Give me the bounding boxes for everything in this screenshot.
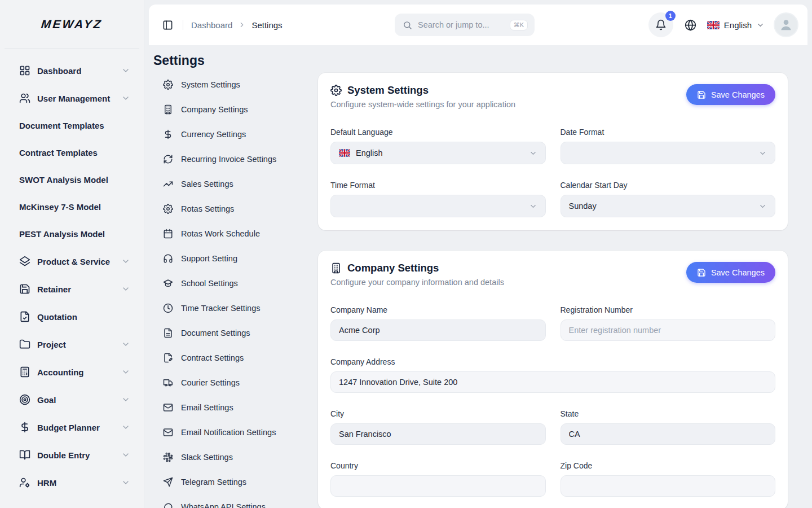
sidebar-item-accounting[interactable]: Accounting xyxy=(9,360,135,384)
city-input[interactable] xyxy=(330,423,546,445)
zip-code-input[interactable] xyxy=(561,475,776,497)
file-text-icon xyxy=(163,328,173,338)
save-changes-button[interactable]: Save Changes xyxy=(686,262,775,283)
notifications-button[interactable]: 1 xyxy=(648,12,673,37)
header-actions: 1 English xyxy=(648,12,798,37)
chevron-down-icon xyxy=(121,367,130,376)
settings-nav-item-time-tracker[interactable]: Time Tracker Settings xyxy=(153,298,318,318)
avatar[interactable] xyxy=(774,12,798,37)
save-icon xyxy=(19,283,30,295)
settings-nav-item-whatsapp[interactable]: WhatsApp API Settings xyxy=(153,497,318,508)
settings-nav-item-company[interactable]: Company Settings xyxy=(153,99,318,120)
chevron-down-icon xyxy=(121,66,130,75)
globe-button[interactable] xyxy=(681,15,700,34)
book-open-icon xyxy=(19,449,30,461)
breadcrumb-dashboard[interactable]: Dashboard xyxy=(191,20,232,30)
sidebar-item-swot-analysis[interactable]: SWOT Analysis Model xyxy=(9,168,135,192)
settings-nav-item-contract[interactable]: Contract Settings xyxy=(153,348,318,368)
sidebar-item-product-service[interactable]: Product & Service xyxy=(9,249,135,274)
building-icon xyxy=(330,262,342,274)
settings-nav-label: School Settings xyxy=(181,279,238,288)
settings-nav-item-currency[interactable]: Currency Settings xyxy=(153,124,318,144)
company-name-input[interactable] xyxy=(330,319,546,341)
card-title: Company Settings xyxy=(347,262,439,274)
settings-nav-item-email-notification[interactable]: Email Notification Settings xyxy=(153,422,318,443)
settings-nav-item-sales[interactable]: Sales Settings xyxy=(153,174,318,194)
settings-nav-item-recurring-invoice[interactable]: Recurring Invoice Settings xyxy=(153,149,318,169)
slack-icon xyxy=(163,452,173,462)
settings-nav-item-slack[interactable]: Slack Settings xyxy=(153,447,318,467)
company-settings-card: Company Settings Configure your company … xyxy=(318,251,788,508)
registration-number-input[interactable] xyxy=(561,319,776,341)
city-field: City xyxy=(330,409,546,445)
breadcrumb-settings: Settings xyxy=(251,20,282,30)
select-value: Sunday xyxy=(569,202,597,211)
settings-nav-label: Time Tracker Settings xyxy=(181,304,260,313)
settings-nav-item-telegram[interactable]: Telegram Settings xyxy=(153,472,318,492)
state-input[interactable] xyxy=(561,423,776,445)
settings-nav-item-rotas[interactable]: Rotas Settings xyxy=(153,199,318,219)
sidebar-item-quotation[interactable]: Quotation xyxy=(9,304,135,329)
company-address-input[interactable] xyxy=(330,371,775,393)
settings-nav-label: Courier Settings xyxy=(181,378,240,387)
settings-nav-item-support[interactable]: Support Setting xyxy=(153,248,318,269)
sidebar-item-project[interactable]: Project xyxy=(9,332,135,357)
sidebar-item-dashboard[interactable]: Dashboard xyxy=(9,58,135,83)
time-format-select[interactable] xyxy=(330,195,546,217)
building-icon xyxy=(163,104,173,115)
sidebar-item-pest-analysis[interactable]: PEST Analysis Model xyxy=(9,222,135,246)
settings-nav-label: Email Settings xyxy=(181,403,233,412)
save-icon xyxy=(697,268,706,277)
sidebar-item-retainer[interactable]: Retainer xyxy=(9,277,135,301)
company-name-field: Company Name xyxy=(330,305,546,341)
sidebar-item-goal[interactable]: Goal xyxy=(9,387,135,412)
sidebar-item-contract-templates[interactable]: Contract Templates xyxy=(9,141,135,165)
sidebar-item-label: Accounting xyxy=(37,367,114,378)
settings-nav-item-system[interactable]: System Settings xyxy=(153,75,318,95)
language-selector[interactable]: English xyxy=(707,20,765,30)
app-root: MEWAYZ Dashboard User Management Documen… xyxy=(0,0,812,508)
sidebar-item-mckinsey-7s[interactable]: McKinsey 7-S Model xyxy=(9,195,135,219)
header: Dashboard Settings Search or jump to... … xyxy=(149,5,807,45)
settings-nav-item-courier[interactable]: Courier Settings xyxy=(153,373,318,393)
registration-number-field: Registration Number xyxy=(561,305,776,341)
field-label: Date Format xyxy=(561,128,776,137)
file-pen-icon xyxy=(163,353,173,363)
sidebar-item-label: Double Entry xyxy=(37,450,114,461)
sidebar-item-budget-planner[interactable]: Budget Planner xyxy=(9,415,135,440)
settings-nav-label: Rotas Work Schedule xyxy=(181,229,260,238)
field-label: Company Name xyxy=(330,305,546,314)
settings-nav-label: Recurring Invoice Settings xyxy=(181,155,276,164)
sidebar-item-user-management[interactable]: User Management xyxy=(9,86,135,111)
sidebar-item-double-entry[interactable]: Double Entry xyxy=(9,443,135,467)
settings-nav: System Settings Company Settings Currenc… xyxy=(153,73,318,508)
sidebar-item-document-templates[interactable]: Document Templates xyxy=(9,113,135,138)
gear-icon xyxy=(163,80,173,90)
settings-nav-item-email[interactable]: Email Settings xyxy=(153,397,318,418)
refresh-icon xyxy=(163,154,173,164)
grid-icon xyxy=(19,65,30,76)
default-language-field: Default Language English xyxy=(330,128,546,164)
graduation-cap-icon xyxy=(163,278,173,288)
save-changes-button[interactable]: Save Changes xyxy=(686,84,775,105)
search-input[interactable]: Search or jump to... ⌘K xyxy=(395,14,535,36)
country-input[interactable] xyxy=(330,475,546,497)
date-format-select[interactable] xyxy=(561,142,776,164)
settings-nav-item-rotas-work-schedule[interactable]: Rotas Work Schedule xyxy=(153,224,318,244)
user-icon xyxy=(779,17,793,32)
mail-icon xyxy=(163,427,173,437)
sidebar-item-label: Goal xyxy=(37,395,114,405)
calendar-start-day-select[interactable]: Sunday xyxy=(561,195,776,217)
user-cog-icon xyxy=(19,477,30,488)
settings-nav-item-school[interactable]: School Settings xyxy=(153,273,318,294)
chevron-down-icon xyxy=(121,284,130,294)
settings-nav-item-document[interactable]: Document Settings xyxy=(153,323,318,343)
default-language-select[interactable]: English xyxy=(330,142,546,164)
sidebar-toggle-button[interactable] xyxy=(158,15,177,34)
calculator-icon xyxy=(19,366,30,378)
cog-icon xyxy=(163,204,173,214)
card-title-row: Company Settings xyxy=(330,262,504,274)
brand-logo[interactable]: MEWAYZ xyxy=(41,17,103,31)
sidebar-item-hrm[interactable]: HRM xyxy=(9,470,135,495)
sidebar-item-label: McKinsey 7-S Model xyxy=(19,202,130,212)
